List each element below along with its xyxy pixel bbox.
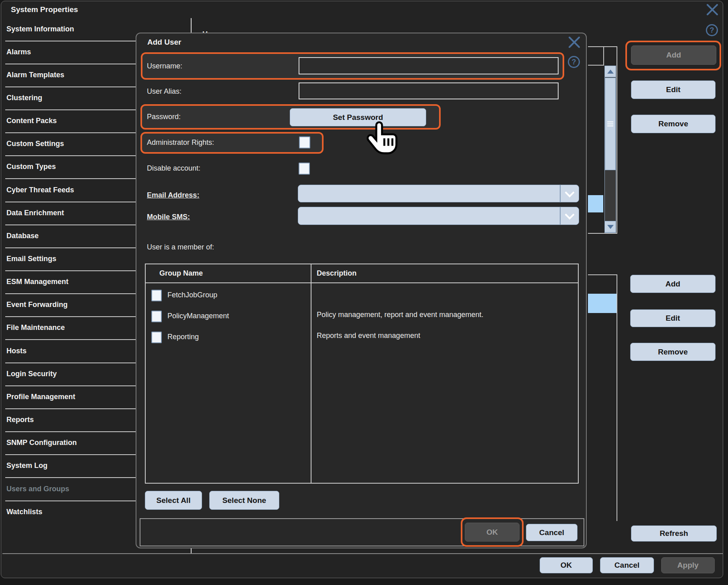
chevron-down-icon (565, 210, 574, 220)
column-divider (311, 264, 311, 483)
scroll-up-button[interactable] (604, 66, 616, 77)
sidebar-item-file-maintenance[interactable]: File Maintenance (6, 316, 65, 339)
sidebar-item-cyber-threat-feeds[interactable]: Cyber Threat Feeds (6, 179, 74, 202)
users-table-bottom-border (588, 233, 617, 234)
username-input[interactable] (299, 57, 559, 74)
hand-cursor-icon (367, 121, 402, 163)
sidebar-item-database[interactable]: Database (6, 225, 39, 247)
sidebar-item-system-log[interactable]: System Log (6, 454, 47, 477)
group-checkbox-reporting[interactable] (151, 332, 162, 343)
sidebar-item-custom-settings[interactable]: Custom Settings (6, 132, 64, 155)
sidebar-item-hosts[interactable]: Hosts (6, 340, 27, 363)
sidebar-item-alarms[interactable]: Alarms (6, 41, 31, 64)
admin-rights-label: Administrator Rights: (147, 138, 214, 147)
group-name[interactable]: PolicyManagement (167, 312, 229, 320)
remove-user-button[interactable]: Remove (631, 115, 716, 133)
window-help-icon[interactable]: ? (706, 24, 718, 36)
set-password-button[interactable]: Set Password (290, 108, 426, 126)
add-group-button[interactable]: Add (630, 275, 716, 293)
triangle-up-icon (607, 70, 614, 74)
refresh-button[interactable]: Refresh (631, 525, 717, 542)
column-header-group-name[interactable]: Group Name (159, 269, 203, 278)
sidebar-item-profile-management[interactable]: Profile Management (6, 385, 75, 408)
help-glyph: ? (572, 58, 576, 66)
sidebar-item-email-settings[interactable]: Email Settings (6, 247, 56, 270)
mobile-dropdown-arrow[interactable] (560, 207, 579, 225)
window-close-icon[interactable] (706, 4, 718, 15)
window-apply-button[interactable]: Apply (661, 557, 715, 573)
disable-account-checkbox[interactable] (299, 163, 310, 175)
username-label: Username: (147, 62, 182, 70)
edit-group-button[interactable]: Edit (630, 309, 716, 327)
remove-group-button[interactable]: Remove (630, 343, 716, 361)
dialog-help-icon[interactable]: ? (568, 56, 580, 68)
grip-icon (607, 126, 613, 126)
chevron-down-icon (565, 187, 574, 197)
help-glyph: ? (710, 26, 714, 35)
sidebar-item-login-security[interactable]: Login Security (6, 363, 57, 385)
sidebar-item-event-forwarding[interactable]: Event Forwarding (6, 293, 68, 316)
sidebar-item-esm-management[interactable]: ESM Management (6, 270, 68, 293)
groups-table: Group Name Description FetchJobGroupPoli… (145, 264, 579, 484)
select-none-button[interactable]: Select None (209, 491, 279, 510)
column-header-description[interactable]: Description (317, 269, 357, 278)
edit-user-button[interactable]: Edit (631, 80, 716, 99)
dialog-ok-button[interactable]: OK (465, 523, 520, 542)
add-user-button[interactable]: Add (631, 45, 716, 65)
sidebar-item-reports[interactable]: Reports (6, 408, 34, 431)
sidebar-item-clustering[interactable]: Clustering (6, 87, 42, 109)
dialog-close-icon[interactable] (568, 37, 580, 48)
dialog-title: Add User (147, 38, 181, 47)
window-ok-button[interactable]: OK (540, 557, 593, 573)
select-all-button[interactable]: Select All (145, 491, 202, 510)
disable-account-label: Disable account: (147, 164, 200, 173)
users-table-column-border (603, 46, 604, 65)
group-checkbox-policymanagement[interactable] (151, 311, 162, 322)
email-address-dropdown[interactable] (298, 185, 579, 202)
member-of-label: User is a member of: (147, 243, 214, 251)
sidebar-item-data-enrichment[interactable]: Data Enrichment (6, 202, 64, 225)
grip-icon (607, 122, 613, 122)
mobile-sms-dropdown[interactable] (298, 207, 579, 225)
scroll-down-button[interactable] (604, 221, 616, 233)
group-checkbox-fetchjobgroup[interactable] (151, 290, 162, 301)
groups-table-right-border (617, 274, 617, 521)
password-label: Password: (147, 113, 181, 121)
dialog-cancel-button[interactable]: Cancel (526, 524, 577, 541)
users-table-selected-row[interactable] (588, 195, 603, 212)
scrollbar-thumb[interactable] (605, 78, 616, 170)
group-description: Policy management, report and event mana… (317, 311, 483, 319)
users-table-top-border (588, 46, 617, 47)
group-description: Reports and event management (317, 332, 420, 340)
email-address-label[interactable]: Email Address: (147, 191, 199, 200)
groups-table-selected-row[interactable] (588, 294, 617, 313)
window-cancel-button[interactable]: Cancel (600, 557, 654, 573)
groups-table-top-border (588, 274, 617, 275)
user-alias-input[interactable] (299, 82, 559, 99)
email-dropdown-arrow[interactable] (560, 185, 579, 202)
mobile-sms-label[interactable]: Mobile SMS: (147, 213, 190, 221)
group-name[interactable]: Reporting (167, 333, 199, 341)
sidebar-item-watchlists[interactable]: Watchlists (6, 501, 42, 523)
group-name[interactable]: FetchJobGroup (167, 291, 217, 299)
sidebar-item-custom-types[interactable]: Custom Types (6, 155, 56, 178)
grip-icon (607, 124, 613, 124)
page-title: System Properties (11, 5, 78, 14)
footer-separator (2, 553, 723, 554)
sidebar-item-users-and-groups[interactable]: Users and Groups (6, 478, 69, 501)
sidebar-item-snmp-configuration[interactable]: SNMP Configuration (6, 431, 77, 454)
groups-table-header: Group Name Description (146, 264, 578, 283)
sidebar-item-alarm-templates[interactable]: Alarm Templates (6, 64, 64, 87)
sidebar-item-system-information[interactable]: System Information (6, 18, 74, 41)
add-user-dialog: Add User ? Username: User Alias: Passwor… (136, 33, 587, 548)
sidebar-item-content-packs[interactable]: Content Packs (6, 109, 57, 132)
admin-rights-checkbox[interactable] (299, 136, 310, 148)
users-table-header-border (588, 65, 604, 66)
user-alias-label: User Alias: (147, 87, 181, 96)
users-table-right-border (617, 46, 617, 234)
triangle-down-icon (607, 225, 614, 229)
